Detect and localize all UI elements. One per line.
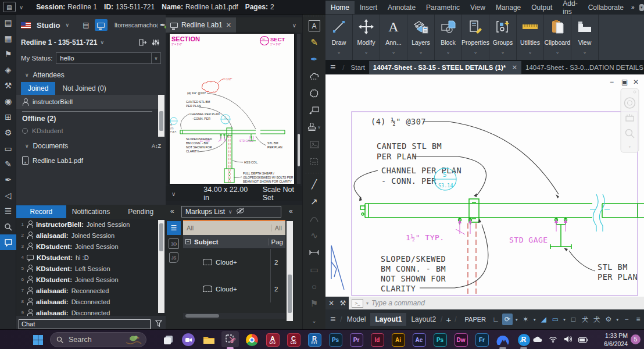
tab-joined[interactable]: Joined	[21, 82, 55, 95]
leave-session-icon[interactable]	[137, 37, 149, 48]
tray-expand-chevron-icon[interactable]	[520, 334, 526, 345]
markup-row[interactable]: Cloud+ 2	[183, 276, 285, 302]
tab-pending[interactable]: Pending	[116, 205, 166, 218]
snap-chevron-icon[interactable]: ▾	[514, 314, 519, 325]
ribbon-display-toggle[interactable]: ▾	[639, 4, 644, 11]
chevron-down-icon[interactable]: ∨	[100, 40, 104, 45]
tab-layout2[interactable]: Layout2	[406, 313, 441, 326]
ribbon-tab-insert[interactable]: Insert	[355, 1, 382, 14]
thumbnails-icon[interactable]: ▦	[0, 30, 16, 46]
tab-model[interactable]: Model	[342, 313, 371, 326]
line-tool-icon[interactable]: ╱	[307, 177, 322, 192]
chrome-icon[interactable]	[244, 332, 259, 347]
spaces-icon[interactable]: ⊞	[0, 109, 16, 124]
sets-icon[interactable]: ☰	[0, 203, 16, 219]
polar-chevron-icon[interactable]: ▾	[532, 314, 537, 325]
task-view-icon[interactable]	[160, 332, 176, 347]
markups-hscrollbar[interactable]	[183, 313, 285, 319]
layout-menu-icon[interactable]: ≡	[330, 314, 335, 325]
length-measure-tool-icon[interactable]	[307, 245, 322, 260]
hide-markups-icon[interactable]	[236, 208, 245, 216]
connection-pen-icon[interactable]: ✒	[160, 21, 166, 29]
panel-properties[interactable]: Properties⌄	[462, 15, 489, 60]
ribbon-tab-collaborate[interactable]: Collaborate	[583, 1, 629, 14]
pen-tool-icon[interactable]: ✒	[307, 52, 322, 67]
tab-overflow-icon[interactable]: »	[631, 4, 635, 10]
polyline-sketch-tool-icon[interactable]: ∿	[307, 228, 322, 243]
measure-icon[interactable]: ▭	[0, 140, 16, 156]
bookmarks-icon[interactable]: ⚑	[0, 46, 16, 62]
script-icon[interactable]: JS	[169, 252, 178, 263]
tab-record[interactable]: Record	[16, 205, 66, 218]
text-box-tool-icon[interactable]: A	[309, 20, 320, 31]
chevron-down-icon[interactable]: ∨	[19, 4, 23, 10]
cloud-plus-tool-icon[interactable]	[307, 69, 322, 84]
session-view-icon[interactable]	[95, 19, 108, 31]
arc-tool-icon[interactable]	[307, 211, 322, 226]
search-icon[interactable]	[0, 219, 16, 234]
annotation-monitor-icon[interactable]: 犬	[580, 314, 591, 325]
aftereffects-icon[interactable]: Ae	[412, 332, 427, 347]
markup-summary-icon[interactable]: ✎	[0, 156, 16, 172]
layers-icon[interactable]: ◈	[0, 62, 16, 77]
session-settings-icon[interactable]	[149, 37, 162, 48]
studio-panel-icon[interactable]	[0, 234, 16, 250]
ribbon-tab-parametric[interactable]: Parametric	[421, 1, 465, 14]
command-input[interactable]: >_ ▾ Type a command	[349, 297, 644, 309]
session-list-icon[interactable]: ▤	[80, 19, 92, 31]
dreamweaver-icon[interactable]: Dw	[453, 332, 468, 347]
ribbon-tab-manage[interactable]: Manage	[491, 1, 526, 14]
file-explorer-icon[interactable]	[201, 332, 216, 347]
collapse-right-icon[interactable]: «	[289, 207, 293, 215]
toolbar-more-chevron-icon[interactable]: ⌄	[307, 314, 322, 328]
toolchest-icon[interactable]: ⚒	[0, 77, 16, 93]
chevron-down-icon[interactable]: ∨	[25, 72, 29, 78]
photoshop2-icon[interactable]: Ps	[432, 332, 448, 347]
polygon-flag-tool-icon[interactable]: ⚑	[307, 296, 322, 311]
markups-filter-row[interactable]: All All	[183, 221, 285, 235]
panel-view[interactable]: View⌄	[571, 15, 599, 60]
sort-az-icon[interactable]: A↕Z	[152, 143, 161, 149]
tab-foundation-details[interactable]: 14047-Sheet - S3-0...DATION DETAILS (1)*	[521, 62, 644, 73]
selection-cycling-icon[interactable]: □	[568, 314, 579, 325]
ellipse-tool-icon[interactable]: ○	[307, 279, 322, 294]
tab-start[interactable]: Start	[347, 62, 369, 73]
collapse-left-icon[interactable]: «	[170, 207, 174, 215]
tab-list-chevron-icon[interactable]: ∨	[292, 22, 296, 29]
places-icon[interactable]: ◉	[0, 93, 16, 109]
chevron-down-icon[interactable]: ∨	[65, 22, 69, 28]
battery-icon[interactable]	[578, 334, 588, 345]
callout-tool-icon[interactable]	[307, 104, 322, 118]
file-tabs-menu-icon[interactable]: ≡	[330, 62, 335, 73]
volume-icon[interactable]	[564, 334, 572, 345]
status-menu-icon[interactable]: ≡	[633, 314, 643, 325]
onedrive-cloud-icon[interactable]	[532, 334, 542, 345]
panel-layers[interactable]: Layers⌄	[407, 15, 435, 60]
rectangle-tool-icon[interactable]: ▭	[307, 262, 322, 277]
file-access-icon[interactable]: ▤	[0, 15, 16, 30]
chat-icon[interactable]	[181, 332, 196, 347]
chevron-down-icon[interactable]: ∨	[151, 53, 160, 63]
new-layout-icon[interactable]: +	[446, 315, 451, 325]
markups-list-icon[interactable]: ☰	[167, 221, 181, 235]
panel-groups[interactable]: Groups⌄	[489, 15, 517, 60]
panel-annotation[interactable]: A Ann...⌄	[380, 15, 407, 60]
close-tab-icon[interactable]: ✕	[226, 22, 231, 29]
panel-clipboard[interactable]: Clipboard⌄	[544, 15, 571, 60]
scale-status[interactable]: Scale Not Set	[263, 186, 302, 202]
markups-header-row[interactable]: − Subject Pag	[183, 235, 285, 249]
panel-utilities[interactable]: Utilities⌄	[517, 15, 544, 60]
pdf-canvas[interactable]: SECTION 1" = 1'-0" 16 SECT 1" = 1'-0" 1/…	[166, 33, 302, 186]
pdf-page[interactable]: SECTION 1" = 1'-0" 16 SECT 1" = 1'-0" 1/…	[170, 34, 294, 184]
ribbon-tab-output[interactable]: Output	[526, 1, 557, 14]
ribbon-tab-annotate[interactable]: Annotate	[382, 1, 421, 14]
paper-space-toggle[interactable]: PAPER	[465, 316, 486, 323]
panel-draw[interactable]: Draw⌄	[325, 15, 353, 60]
gear-chevron-icon[interactable]: ▾	[615, 314, 620, 325]
autocad-icon[interactable]: ACAD	[265, 332, 280, 347]
object-snap-icon[interactable]: ▭	[550, 314, 560, 325]
premiere-icon[interactable]: Pr	[349, 332, 364, 347]
close-command-icon[interactable]: ✕	[325, 300, 337, 307]
attendee-name[interactable]: instructorBiell	[33, 98, 73, 105]
log-scrollbar[interactable]	[158, 220, 164, 313]
